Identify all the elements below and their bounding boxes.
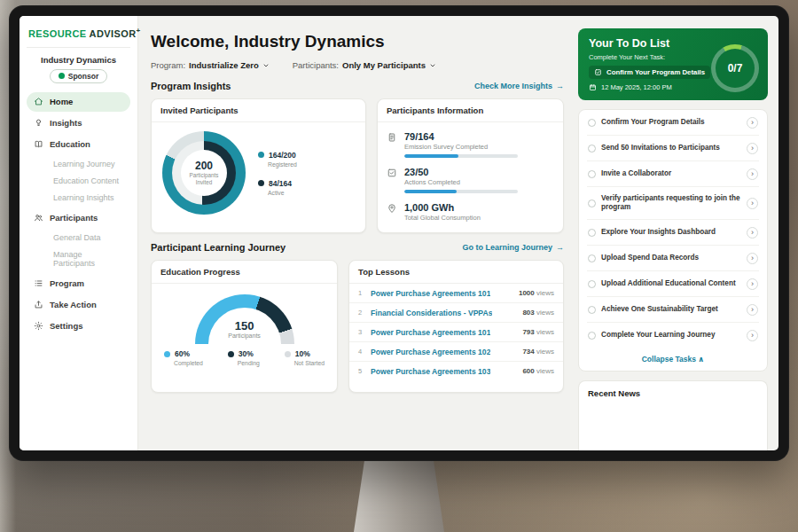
legend-item: 84/164 Active [258, 179, 297, 196]
monitor-frame: RESOURCE ADVISOR+ Industry Dynamics Spon… [9, 5, 789, 461]
legend-item: 164/200 Registered [258, 151, 297, 168]
legend-item: 60% Completed [164, 349, 203, 366]
lesson-link[interactable]: Power Purchase Agreements 103 [371, 367, 490, 376]
task-checkbox[interactable] [588, 119, 596, 127]
task-checkbox[interactable] [588, 332, 596, 340]
task-row[interactable]: Verify participants requesting to join t… [587, 187, 759, 220]
card-title: Education Progress [152, 261, 337, 284]
gear-icon [34, 321, 43, 331]
list-icon [34, 278, 43, 288]
sidebar-item-manage-participants[interactable]: Manage Participants [27, 246, 130, 272]
chevron-right-icon[interactable]: › [747, 198, 758, 209]
sponsor-label: Sponsor [68, 72, 98, 81]
task-list-card: Confirm Your Program Details › Send 50 I… [578, 109, 768, 372]
sponsor-badge[interactable]: Sponsor [50, 69, 107, 83]
lesson-link[interactable]: Power Purchase Agreements 101 [371, 289, 490, 298]
todo-header-card: Your To Do List Complete Your Next Task:… [578, 28, 768, 100]
lesson-link[interactable]: Power Purchase Agreements 101 [371, 328, 490, 337]
sidebar-item-insights[interactable]: Insights [27, 113, 130, 133]
sidebar-item-participants[interactable]: Participants [27, 208, 130, 228]
go-to-learning-journey-link[interactable]: Go to Learning Journey → [462, 243, 564, 252]
sidebar-item-learning-insights[interactable]: Learning Insights [27, 190, 130, 207]
people-icon [34, 213, 43, 223]
task-row[interactable]: Achieve One Sustainability Target › [587, 297, 759, 323]
background-photo: RESOURCE ADVISOR+ Industry Dynamics Spon… [0, 0, 798, 532]
task-checkbox[interactable] [588, 254, 596, 262]
task-checkbox[interactable] [588, 229, 596, 237]
task-checkbox[interactable] [588, 200, 596, 207]
chevron-right-icon[interactable]: › [747, 168, 758, 180]
task-checkbox[interactable] [588, 280, 596, 288]
donut-center: 200 Participants Invited [181, 150, 227, 196]
chevron-right-icon[interactable]: › [747, 330, 758, 341]
stat-row: 1,000 GWh Total Global Consumption [387, 202, 554, 222]
chevron-right-icon[interactable]: › [747, 304, 758, 316]
sidebar-item-education-content[interactable]: Education Content [27, 173, 130, 190]
program-select[interactable]: Program: Industrialize Zero [151, 60, 270, 70]
sidebar-item-learning-journey[interactable]: Learning Journey [27, 156, 130, 173]
location-pin-icon [387, 203, 397, 214]
check-square-icon [387, 168, 397, 178]
donut-legend: 164/200 Registered 84/164 Active [258, 151, 297, 196]
sidebar-item-take-action[interactable]: Take Action [27, 295, 130, 315]
chevron-right-icon[interactable]: › [747, 117, 758, 129]
sidebar-item-general-data[interactable]: General Data [27, 230, 130, 246]
task-row[interactable]: Send 50 Invitations to Participants › [587, 136, 759, 161]
check-more-insights-link[interactable]: Check More Insights → [474, 82, 564, 90]
legend-dot [258, 180, 264, 186]
sidebar-item-home[interactable]: Home [27, 92, 130, 112]
sidebar: RESOURCE ADVISOR+ Industry Dynamics Spon… [20, 16, 138, 450]
top-lessons-card: Top Lessons 1 Power Purchase Agreements … [348, 260, 564, 393]
legend-item: 10% Not Started [285, 349, 325, 366]
chevron-right-icon[interactable]: › [747, 253, 758, 264]
sidebar-nav: Home Insights Education Learning Journey… [27, 92, 130, 336]
task-row[interactable]: Explore Your Insights Dashboard › [587, 220, 759, 246]
legend-dot [285, 351, 291, 357]
filters-bar: Program: Industrialize Zero Participants… [151, 60, 564, 70]
collapse-tasks-link[interactable]: Collapse Tasks ∧ [587, 348, 759, 371]
gauge-center: 150 Participants [160, 319, 328, 339]
task-row[interactable]: Upload Additional Educational Content › [587, 271, 759, 297]
task-checkbox[interactable] [588, 170, 596, 178]
task-row[interactable]: Confirm Your Program Details › [587, 110, 759, 136]
legend-dot [164, 351, 170, 357]
invited-donut-chart: 200 Participants Invited [162, 131, 246, 215]
chevron-right-icon[interactable]: › [747, 143, 758, 154]
chevron-right-icon[interactable]: › [747, 278, 758, 290]
lesson-link[interactable]: Power Purchase Agreements 102 [371, 348, 490, 356]
participants-information-card: Participants Information 79/164 Emission… [377, 98, 564, 233]
task-row[interactable]: Invite a Collaborator › [587, 161, 759, 187]
arrow-right-icon: → [556, 82, 564, 90]
gauge-legend: 60% Completed 30% Pending 10% Not Starte… [164, 349, 325, 366]
stat-row: 23/50 Actions Completed [387, 167, 554, 193]
progress-bar [404, 190, 518, 193]
learning-journey-title: Participant Learning Journey [151, 242, 286, 253]
invited-participants-card: Invited Participants 200 Participants In… [151, 98, 366, 233]
org-name: Industry Dynamics [27, 55, 130, 65]
app-logo: RESOURCE ADVISOR+ [27, 25, 130, 48]
book-icon [34, 139, 43, 149]
chevron-down-icon [262, 62, 270, 69]
card-title: Invited Participants [152, 99, 365, 122]
task-checkbox[interactable] [588, 145, 596, 153]
card-title: Participants Information [378, 99, 563, 122]
page-title: Welcome, Industry Dynamics [151, 32, 564, 51]
task-row[interactable]: Complete Your Learning Journey › [587, 323, 759, 348]
participants-select[interactable]: Participants: Only My Participants [293, 60, 436, 70]
logo-advisor: ADVISOR [90, 28, 137, 39]
lesson-link[interactable]: Financial Considerations - VPPAs [371, 309, 492, 317]
chevron-right-icon[interactable]: › [747, 227, 758, 239]
lesson-row: 5 Power Purchase Agreements 103 600 view… [349, 362, 563, 380]
todo-panel: Your To Do List Complete Your Next Task:… [573, 16, 778, 450]
task-row[interactable]: Upload Spend Data Records › [587, 246, 759, 271]
next-task-chip[interactable]: Confirm Your Program Details [589, 66, 710, 79]
upload-box-icon [34, 300, 43, 309]
legend-item: 30% Pending [228, 349, 260, 366]
task-checkbox[interactable] [588, 306, 596, 314]
sidebar-item-settings[interactable]: Settings [27, 317, 130, 336]
legend-dot [258, 152, 264, 158]
sponsor-icon [59, 73, 65, 79]
sidebar-item-education[interactable]: Education [27, 135, 130, 154]
monitor-stand [354, 459, 444, 532]
sidebar-item-program[interactable]: Program [27, 274, 130, 293]
